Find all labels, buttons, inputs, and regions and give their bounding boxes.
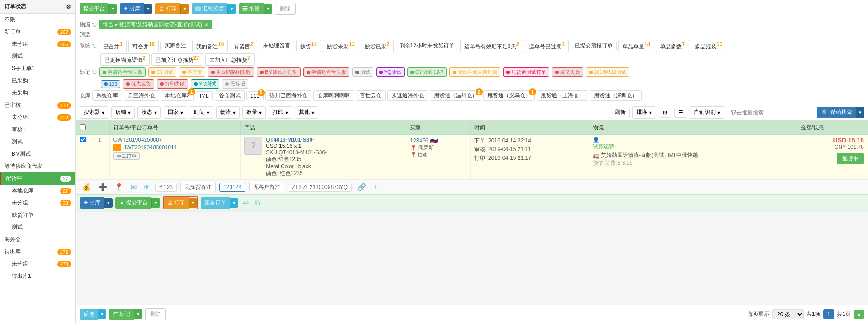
mark-tag-gen-purchase[interactable]: 测试生成采购计划 xyxy=(449,67,500,77)
mark-tag-test[interactable]: 测试 xyxy=(352,67,373,77)
other-dropdown[interactable]: 其他 ▾ xyxy=(295,106,318,119)
system-refresh-icon[interactable]: ↻ xyxy=(92,43,97,50)
list-view-btn[interactable]: ☰ xyxy=(674,108,687,118)
sidebar-item-pending-ungroup[interactable]: 未分组 273 xyxy=(7,258,75,270)
submit-platform-arrow[interactable]: ▾ xyxy=(108,4,117,14)
active-logistics-filter[interactable]: 符合 ▸ 物流商:艾姆勒国际物流-直邮(测试) ✕ xyxy=(99,20,212,29)
wh-tag-aaaa[interactable]: 仓库啊啊啊啊 xyxy=(313,90,354,101)
status-badge-btn[interactable]: 配货中 xyxy=(837,153,864,164)
store-dropdown[interactable]: 店铺 ▾ xyxy=(111,106,135,119)
system-tag-shortage[interactable]: 缺货14 xyxy=(296,40,321,52)
print-arrow[interactable]: ▾ xyxy=(180,4,189,14)
deselect-main[interactable]: 反选 xyxy=(80,309,98,320)
row-copy-btn[interactable]: ⧉ xyxy=(253,199,262,207)
batch-main[interactable]: ☰ 批量 xyxy=(239,3,264,14)
system-tag-12h[interactable]: 剩余12小时未发货订单 xyxy=(396,41,458,51)
row-print-main[interactable]: 🖨 打印 xyxy=(164,197,189,209)
per-page-select[interactable]: 20 条 50 条 100 条 xyxy=(772,309,804,319)
system-tag-not-collect[interactable]: 未加入汇总拣货7 xyxy=(205,53,255,66)
mark-arrow[interactable]: ▾ xyxy=(134,309,142,319)
system-tag-single-multi[interactable]: 单品多数7 xyxy=(656,40,689,52)
sidebar-item-out-of-stock[interactable]: 缺货订单 xyxy=(7,209,75,221)
row-view-order-btn[interactable]: 查看订单 ▾ xyxy=(201,197,238,209)
batch-search-input[interactable] xyxy=(727,107,817,118)
out-warehouse-main[interactable]: ✈ 出库 xyxy=(120,3,144,14)
mark-tag-clearance[interactable]: 甩货通测试订单 xyxy=(503,67,549,77)
sidebar-item-bm-test[interactable]: BM测试 xyxy=(7,148,75,160)
wh-tag-shenzhen[interactable]: 甩货通（深圳仓） xyxy=(590,90,642,101)
row-submit-platform-arrow[interactable]: ▾ xyxy=(151,198,160,208)
system-tag-mergeable[interactable]: 可合并16 xyxy=(128,40,159,52)
wh-tag-wenzhou[interactable]: 甩货通（温州仓）2 xyxy=(430,90,481,101)
product-name[interactable]: QT4013-M101-S30- xyxy=(266,137,327,143)
system-tag-single-qty[interactable]: 单品单量14 xyxy=(618,40,654,52)
wh-tag-111[interactable]: 1115 xyxy=(246,91,264,100)
system-tag-multi-mix[interactable]: 多品混装13 xyxy=(691,40,726,52)
sort-dropdown[interactable]: 排序 ▾ xyxy=(632,106,656,119)
sidebar-item-supplier-send[interactable]: 等待供应商代发 xyxy=(0,160,75,172)
out-warehouse-arrow[interactable]: ▾ xyxy=(144,4,152,14)
collect-freight-arrow[interactable]: ▾ xyxy=(227,4,236,14)
wh-tag-system[interactable]: 系统仓库 xyxy=(92,90,122,101)
sidebar-item-not-purchased[interactable]: 未采购 xyxy=(7,87,75,99)
mark-tag-apply-fail2[interactable]: 申请运单号失败 xyxy=(303,67,349,77)
delete-btn[interactable]: 删除 xyxy=(275,3,296,15)
detail-add-icon-btn[interactable]: ➕ xyxy=(96,183,109,191)
mark-tag-thumb-fail[interactable]: 生成缩略图失败 xyxy=(208,67,254,77)
search-dropdown[interactable]: 搜索器 ▾ xyxy=(80,106,108,119)
system-tag-shortage-purchased[interactable]: 缺货已采2 xyxy=(361,40,394,52)
batch-btn[interactable]: ☰ 批量 ▾ xyxy=(239,3,272,14)
sidebar-item-new-ungroup[interactable]: 未分组 266 xyxy=(7,38,75,50)
td-checkbox[interactable] xyxy=(76,135,90,180)
sidebar-item-purchased[interactable]: 已采购 xyxy=(7,75,75,87)
detail-pin-icon-btn[interactable]: 📍 xyxy=(113,183,125,191)
wh-tag-yiwu[interactable]: 甩货通（义乌仓）1 xyxy=(483,90,535,101)
sidebar-item-reviewed[interactable]: 已审核 118 xyxy=(0,99,75,111)
print-main[interactable]: 🖨 打印 xyxy=(155,3,180,14)
system-tag-forecast[interactable]: 已提交预报订单 xyxy=(571,41,617,51)
sidebar-item-test2[interactable]: 测试 xyxy=(7,136,75,148)
mark-tag-cy-127[interactable]: CY测试 12-7 xyxy=(407,67,447,77)
system-tag-shortage-not-purchased[interactable]: 缺货未采13 xyxy=(323,40,359,52)
row-submit-platform-main[interactable]: ▲ 提交平台 xyxy=(115,197,151,209)
collect-freight-main[interactable]: ▤ 汇总拣货 xyxy=(192,3,227,14)
submit-platform-main[interactable]: 提交平台 xyxy=(80,3,108,14)
batch-arrow[interactable]: ▾ xyxy=(264,4,272,14)
wh-tag-shisutong[interactable]: 实速通海外仓 xyxy=(387,90,428,101)
deselect-arrow[interactable]: ▾ xyxy=(98,309,106,319)
platform-order-number[interactable]: HWT20190408001011 xyxy=(123,144,177,151)
refresh-btn[interactable]: 刷新 xyxy=(611,107,630,118)
row-out-warehouse-main[interactable]: ✈ 出库 xyxy=(80,197,104,209)
sidebar-item-pending-out1[interactable]: 待出库1 xyxy=(7,270,75,282)
collect-freight-btn[interactable]: ▤ 汇总拣货 ▾ xyxy=(192,3,236,14)
mark-tag-no-mark[interactable]: 无标记 xyxy=(222,79,248,89)
system-tag-added-collect[interactable]: 已加入汇总拣货27 xyxy=(151,53,203,66)
logistics-dropdown[interactable]: 物流 ▾ xyxy=(216,106,240,119)
out-warehouse-btn[interactable]: ✈ 出库 ▾ xyxy=(120,3,152,14)
print-dropdown[interactable]: 打印 ▾ xyxy=(269,106,292,119)
grid-view-btn[interactable]: ⊞ xyxy=(659,108,671,118)
mark-tag-print-fail[interactable]: 打印失败 xyxy=(157,79,188,89)
submit-platform-btn[interactable]: 提交平台 ▾ xyxy=(80,3,117,14)
filter-tag-close-icon[interactable]: ✕ xyxy=(204,22,208,28)
auto-recognize-arrow[interactable]: ▾ xyxy=(717,109,720,116)
row-view-order-main[interactable]: 查看订单 xyxy=(201,197,230,209)
mark-tag-send-fail[interactable]: 发货失败 xyxy=(552,67,583,77)
sidebar-item-overseas[interactable]: 海外仓 xyxy=(0,233,75,246)
detail-note-icon-btn[interactable]: ✉ xyxy=(129,183,138,191)
sidebar-item-new-order[interactable]: 新订单 267 xyxy=(0,26,75,38)
wh-tag-brazil[interactable]: 弥川巴西海外仓 xyxy=(265,90,311,101)
mark-main[interactable]: 🏷 标记 xyxy=(109,309,134,320)
logistics-refresh-icon[interactable]: ↻ xyxy=(92,21,97,28)
system-tag-has-msg[interactable]: 有留言2 xyxy=(230,40,257,52)
mark-tag-bm-test[interactable]: BM测试中别动 xyxy=(257,67,301,77)
wh-tag-lebao[interactable]: 乐宝海外仓 xyxy=(124,90,159,101)
system-tag-unhandled-msg[interactable]: 未处理留言 xyxy=(259,41,294,51)
row-print-btn[interactable]: 🖨 打印 ▾ xyxy=(164,197,197,209)
row-print-arrow[interactable]: ▾ xyxy=(189,198,197,208)
status-dropdown[interactable]: 状态 ▾ xyxy=(137,106,161,119)
system-tag-waybill-expired[interactable]: 运单号已过期1 xyxy=(525,40,569,52)
row-undo-btn[interactable]: ↩ xyxy=(241,199,250,207)
detail-link-icon-btn[interactable]: 🔗 xyxy=(355,183,368,191)
system-tag-waybill-3days[interactable]: 运单号有效期不足3天2 xyxy=(460,40,523,52)
